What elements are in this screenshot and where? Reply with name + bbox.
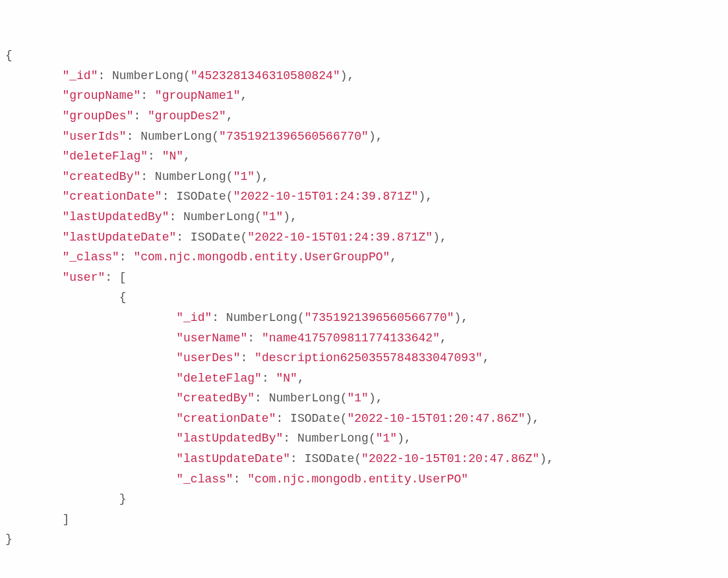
json-code-block: { "_id": NumberLong("4523281346310580824… [5, 45, 723, 550]
